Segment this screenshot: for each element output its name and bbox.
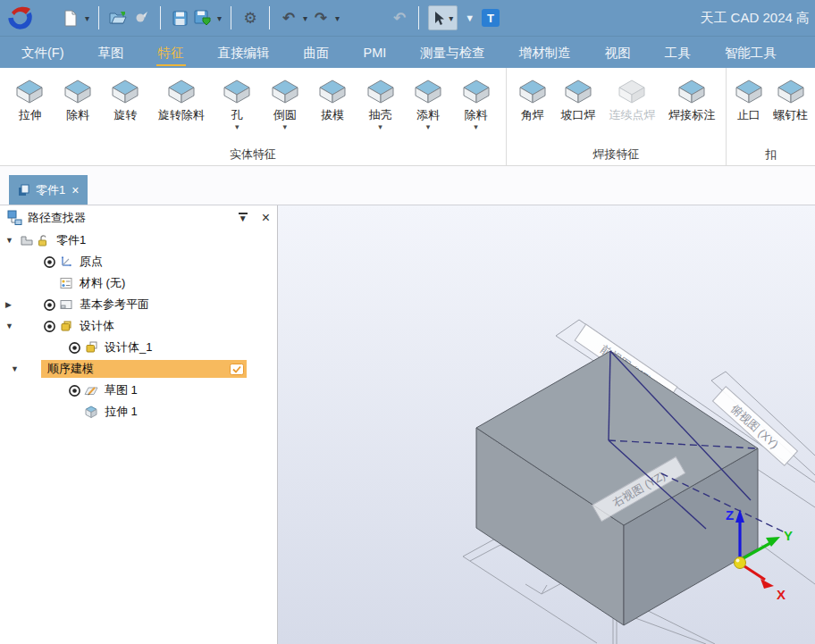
select-tool-button[interactable]: ▾ — [428, 5, 458, 30]
visibility-eye-icon[interactable] — [43, 298, 59, 312]
undo-button[interactable]: ↶ — [279, 5, 298, 30]
pathfinder-title: 路径查找器 — [28, 210, 233, 226]
new-document-button[interactable] — [61, 5, 80, 30]
mode-checkbox-icon[interactable] — [230, 364, 244, 375]
menu-tab-direct-edit[interactable]: 直接编辑 — [216, 39, 272, 66]
separator — [231, 6, 231, 29]
menu-tab-sketch[interactable]: 草图 — [97, 39, 126, 66]
tree-item-ref-planes[interactable]: ▶基本参考平面 — [0, 294, 277, 315]
revolve-cut-button[interactable]: 旋转除料 — [155, 75, 207, 132]
undo-secondary-button[interactable]: ↶ — [390, 5, 409, 30]
tree-item-design-body-1[interactable]: 设计体_1 — [0, 337, 277, 358]
settings-button[interactable]: ⚙ — [240, 5, 260, 30]
menu-tab-tools[interactable]: 工具 — [663, 39, 693, 66]
tree-item-label[interactable]: 原点 — [80, 254, 103, 270]
open-file-button[interactable] — [108, 5, 128, 30]
save-button[interactable] — [170, 5, 189, 30]
groove-weld-button[interactable]: 坡口焊 — [559, 75, 599, 132]
expander-open-icon[interactable]: ▼ — [5, 322, 20, 330]
menu-tab-file[interactable]: 文件(F) — [20, 39, 66, 66]
tree-item-label[interactable]: 零件1 — [56, 232, 86, 248]
round-button[interactable]: 倒圆▾ — [267, 75, 303, 132]
plane-icon — [59, 297, 75, 312]
tree-item-label[interactable]: 顺序建模 — [47, 361, 230, 377]
select-tool-dropdown[interactable]: ▾ — [449, 13, 453, 23]
screw-boss-label: 螺钉柱 — [773, 107, 808, 122]
expander-open-icon[interactable]: ▼ — [11, 364, 25, 373]
menu-tab-additive[interactable]: 增材制造 — [517, 39, 573, 66]
tree-item-sketch-1[interactable]: 草图 1 — [0, 380, 277, 401]
material-icon — [59, 276, 75, 290]
screw-boss-button[interactable]: 螺钉柱 — [770, 75, 811, 132]
add-material-button[interactable]: 添料▾ — [410, 75, 446, 132]
tree-item-ordered-modeling[interactable]: ▼顺序建模 — [0, 358, 277, 380]
visibility-eye-icon[interactable] — [43, 320, 59, 333]
thin-wall-button[interactable]: 抽壳▾ — [363, 75, 399, 132]
document-tab-close-icon[interactable]: × — [71, 184, 79, 197]
menu-tab-feature[interactable]: 特征 — [156, 39, 186, 66]
remove-material-dropdown[interactable]: ▾ — [474, 122, 478, 132]
tree-item-origin[interactable]: 原点 — [0, 251, 277, 272]
expander-open-icon[interactable]: ▼ — [5, 236, 20, 245]
visibility-eye-icon[interactable] — [43, 255, 59, 269]
draft-icon — [317, 75, 348, 107]
part-icon — [20, 233, 36, 247]
hole-dropdown[interactable]: ▾ — [235, 122, 239, 132]
tree-item-design-body[interactable]: ▼设计体 — [0, 315, 277, 337]
undo-dropdown[interactable]: ▾ — [303, 13, 307, 23]
weld-annotation-button[interactable]: 焊接标注 — [666, 75, 718, 132]
save-as-button[interactable] — [193, 5, 213, 30]
pin-button[interactable] — [131, 5, 151, 30]
draft-button[interactable]: 拔模 — [315, 75, 350, 132]
tree-item-label[interactable]: 设计体 — [80, 318, 114, 334]
ribbon-group: 拉伸除料旋转旋转除料孔▾倒圆▾拔模抽壳▾添料▾除料▾实体特征 — [0, 68, 506, 165]
text-tool-button[interactable]: T — [482, 9, 500, 27]
round-dropdown[interactable]: ▾ — [282, 122, 287, 132]
visibility-eye-icon[interactable] — [68, 341, 84, 355]
thin-wall-dropdown[interactable]: ▾ — [378, 122, 382, 132]
thin-wall-icon — [365, 75, 396, 107]
add-material-dropdown[interactable]: ▾ — [426, 122, 431, 132]
close-panel-icon[interactable]: × — [262, 211, 270, 225]
hole-button[interactable]: 孔▾ — [219, 75, 255, 132]
redo-dropdown[interactable]: ▾ — [335, 13, 340, 23]
fillet-weld-button[interactable]: 角焊 — [515, 75, 550, 132]
tree-item-material[interactable]: 材料 (无) — [0, 272, 277, 294]
menu-tab-measure-inspect[interactable]: 测量与检查 — [418, 39, 487, 66]
menu-tab-smart-tools[interactable]: 智能工具 — [723, 39, 778, 66]
lip-button[interactable]: 止口 — [731, 75, 767, 132]
undo-secondary-icon: ↶ — [393, 11, 406, 26]
ribbon-group: 止口螺钉柱扣 — [726, 68, 815, 165]
tree-item-label[interactable]: 草图 1 — [105, 382, 138, 398]
revolve-button[interactable]: 旋转 — [107, 75, 143, 132]
hole-label: 孔 — [231, 107, 243, 122]
menu-tab-pmi[interactable]: PMI — [362, 40, 389, 64]
redo-button[interactable]: ↷ — [311, 5, 331, 30]
save-as-dropdown[interactable]: ▾ — [217, 13, 222, 23]
menu-tab-view[interactable]: 视图 — [603, 39, 633, 66]
tree-item-part1[interactable]: ▼零件1 — [0, 230, 277, 251]
main-area: 前视图 (XZ) 俯视图 (XY) 右视图 (YZ) — [0, 205, 815, 644]
separator — [160, 6, 161, 29]
extrude-button[interactable]: 拉伸 — [12, 75, 47, 132]
active-mode-highlight[interactable]: 顺序建模 — [41, 360, 247, 378]
document-tab[interactable]: 零件1 × — [9, 175, 88, 205]
expander-closed-icon[interactable]: ▶ — [5, 300, 20, 309]
new-document-dropdown[interactable]: ▾ — [85, 13, 89, 23]
visibility-eye-icon[interactable] — [68, 384, 84, 397]
menu-tab-surface[interactable]: 曲面 — [302, 39, 332, 66]
toolbar-overflow-icon[interactable]: ▼ — [465, 13, 475, 23]
separator — [269, 6, 270, 29]
tree-item-label[interactable]: 基本参考平面 — [80, 297, 149, 313]
menu-bar: 文件(F)草图特征直接编辑曲面PMI测量与检查增材制造视图工具智能工具 — [0, 36, 815, 68]
collapse-panel-icon[interactable]: ▼ — [239, 213, 248, 222]
ribbon-group-label: 焊接特征 — [507, 146, 726, 165]
tree-item-label[interactable]: 设计体_1 — [105, 339, 152, 355]
tree-item-label[interactable]: 拉伸 1 — [105, 404, 138, 420]
remove-material-button[interactable]: 除料▾ — [458, 75, 494, 132]
weld-annotation-icon — [676, 75, 707, 107]
cut-button[interactable]: 除料 — [60, 75, 96, 132]
draft-label: 拔模 — [321, 107, 344, 122]
tree-item-extrude-1[interactable]: 拉伸 1 — [0, 401, 277, 422]
tree-item-label[interactable]: 材料 (无) — [80, 275, 125, 291]
